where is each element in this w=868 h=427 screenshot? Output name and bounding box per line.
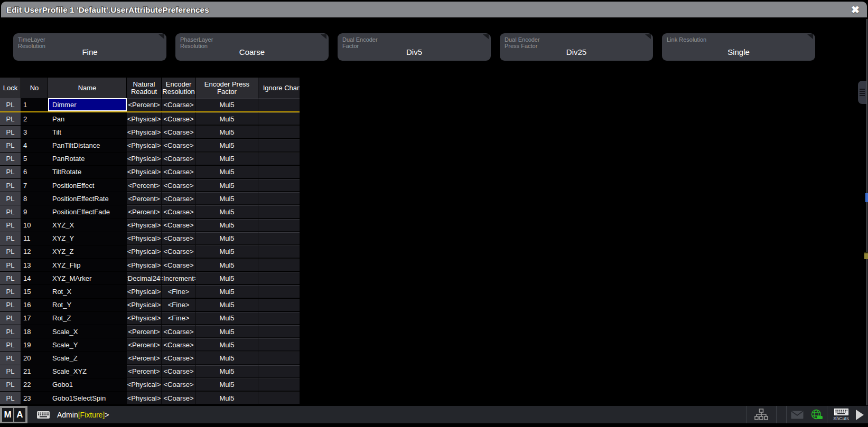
ignore-chan-cell[interactable] [258, 325, 300, 338]
ignore-chan-cell[interactable] [258, 112, 300, 125]
ignore-chan-cell[interactable] [258, 312, 300, 325]
ignore-chan-cell[interactable] [258, 392, 300, 404]
encoder-resolution-cell[interactable]: <Coarse> [162, 392, 196, 404]
name-cell[interactable]: Rot_Z [48, 312, 127, 325]
natural-readout-cell[interactable]: <Percent> [127, 338, 162, 351]
no-cell[interactable]: 11 [21, 232, 48, 245]
dropdown-link-resolution[interactable]: Link Resolution Single [662, 33, 815, 61]
lock-cell[interactable]: PL [0, 285, 21, 298]
name-cell[interactable]: Scale_Z [48, 352, 127, 364]
natural-readout-cell[interactable]: <Physical> [127, 166, 162, 178]
ignore-chan-cell[interactable] [258, 205, 300, 218]
remote-globe-icon[interactable] [811, 409, 823, 421]
lock-cell[interactable]: PL [0, 232, 21, 245]
encoder-press-factor-cell[interactable]: Mul5 [196, 112, 258, 125]
dropdown-phaserlayer-resolution[interactable]: PhaserLayerResolution Coarse [175, 33, 329, 61]
lock-cell[interactable]: PL [0, 153, 21, 165]
column-header-no[interactable]: No [21, 78, 48, 98]
natural-readout-cell[interactable]: <Physical> [127, 378, 162, 391]
encoder-press-factor-cell[interactable]: Mul5 [196, 272, 258, 284]
encoder-resolution-cell[interactable]: <Coarse> [162, 219, 196, 232]
no-cell[interactable]: 21 [21, 365, 48, 378]
name-cell[interactable]: XYZ_Y [48, 232, 127, 245]
encoder-press-factor-cell[interactable]: Mul5 [196, 232, 258, 245]
natural-readout-cell[interactable]: <Physical> [127, 392, 162, 404]
natural-readout-cell[interactable]: <Physical> [127, 219, 162, 232]
dropdown-dual-encoder-press-factor[interactable]: Dual EncoderPress Factor Div25 [500, 33, 653, 61]
ignore-chan-cell[interactable] [258, 153, 300, 165]
no-cell[interactable]: 18 [21, 325, 48, 338]
natural-readout-cell[interactable]: <Percent> [127, 98, 162, 111]
ma-logo[interactable]: M A [0, 406, 27, 423]
lock-cell[interactable]: PL [0, 272, 21, 284]
no-cell[interactable]: 22 [21, 378, 48, 391]
encoder-press-factor-cell[interactable]: Mul5 [196, 126, 258, 138]
column-header-lock[interactable]: Lock [0, 78, 21, 98]
lock-cell[interactable]: PL [0, 179, 21, 192]
column-header-natural-readout[interactable]: Natural Readout [127, 78, 162, 98]
encoder-resolution-cell[interactable]: <Fine> [162, 312, 196, 325]
encoder-press-factor-cell[interactable]: Mul5 [196, 338, 258, 351]
name-cell[interactable]: PanTiltDistance [48, 139, 127, 151]
ignore-chan-cell[interactable] [258, 259, 300, 271]
name-cell[interactable]: PositionEffectFade [48, 205, 127, 218]
encoder-resolution-cell[interactable]: <Coarse> [162, 112, 196, 125]
ignore-chan-cell[interactable] [258, 365, 300, 378]
natural-readout-cell[interactable]: <Physical> [127, 312, 162, 325]
encoder-resolution-cell[interactable]: <Coarse> [162, 352, 196, 364]
encoder-press-factor-cell[interactable]: Mul5 [196, 166, 258, 178]
natural-readout-cell[interactable]: <Percent> [127, 352, 162, 364]
no-cell[interactable]: 1 [21, 98, 48, 111]
no-cell[interactable]: 3 [21, 126, 48, 138]
encoder-press-factor-cell[interactable]: Mul5 [196, 192, 258, 205]
no-cell[interactable]: 9 [21, 205, 48, 218]
name-cell[interactable]: Scale_Y [48, 338, 127, 351]
natural-readout-cell[interactable]: <Percent> [127, 205, 162, 218]
ignore-chan-cell[interactable] [258, 166, 300, 178]
no-cell[interactable]: 16 [21, 299, 48, 311]
no-cell[interactable]: 8 [21, 192, 48, 205]
name-cell[interactable]: PanRotate [48, 153, 127, 165]
encoder-press-factor-cell[interactable]: Mul5 [196, 139, 258, 151]
name-cell[interactable]: TiltRotate [48, 166, 127, 178]
encoder-resolution-cell[interactable]: <Coarse> [162, 378, 196, 391]
encoder-resolution-cell[interactable]: <Coarse> [162, 325, 196, 338]
play-icon[interactable] [856, 410, 864, 420]
ignore-chan-cell[interactable] [258, 219, 300, 232]
lock-cell[interactable]: PL [0, 338, 21, 351]
name-cell[interactable]: Dimmer [48, 98, 127, 111]
no-cell[interactable]: 19 [21, 338, 48, 351]
encoder-resolution-cell[interactable]: <Coarse> [162, 139, 196, 151]
encoder-resolution-cell[interactable]: <Coarse> [162, 259, 196, 271]
ignore-chan-cell[interactable] [258, 98, 300, 111]
name-cell[interactable]: XYZ_X [48, 219, 127, 232]
encoder-press-factor-cell[interactable]: Mul5 [196, 153, 258, 165]
encoder-press-factor-cell[interactable]: Mul5 [196, 365, 258, 378]
network-button[interactable] [746, 406, 776, 423]
encoder-resolution-cell[interactable]: <Coarse> [162, 179, 196, 192]
encoder-press-factor-cell[interactable]: Mul5 [196, 179, 258, 192]
natural-readout-cell[interactable]: <Percent> [127, 325, 162, 338]
no-cell[interactable]: 4 [21, 139, 48, 151]
name-cell[interactable]: Scale_XYZ [48, 365, 127, 378]
lock-cell[interactable]: PL [0, 245, 21, 258]
encoder-press-factor-cell[interactable]: Mul5 [196, 299, 258, 311]
natural-readout-cell[interactable]: <Percent> [127, 192, 162, 205]
encoder-press-factor-cell[interactable]: Mul5 [196, 352, 258, 364]
lock-cell[interactable]: PL [0, 312, 21, 325]
no-cell[interactable]: 2 [21, 112, 48, 125]
ignore-chan-cell[interactable] [258, 352, 300, 364]
encoder-press-factor-cell[interactable]: Mul5 [196, 285, 258, 298]
encoder-press-factor-cell[interactable]: Mul5 [196, 325, 258, 338]
name-cell[interactable]: Rot_Y [48, 299, 127, 311]
no-cell[interactable]: 10 [21, 219, 48, 232]
message-envelope-icon[interactable] [791, 411, 804, 419]
lock-cell[interactable]: PL [0, 259, 21, 271]
lock-cell[interactable]: PL [0, 219, 21, 232]
lock-cell[interactable]: PL [0, 126, 21, 138]
no-cell[interactable]: 7 [21, 179, 48, 192]
ignore-chan-cell[interactable] [258, 378, 300, 391]
lock-cell[interactable]: PL [0, 166, 21, 178]
lock-cell[interactable]: PL [0, 299, 21, 311]
name-cell[interactable]: Pan [48, 112, 127, 125]
